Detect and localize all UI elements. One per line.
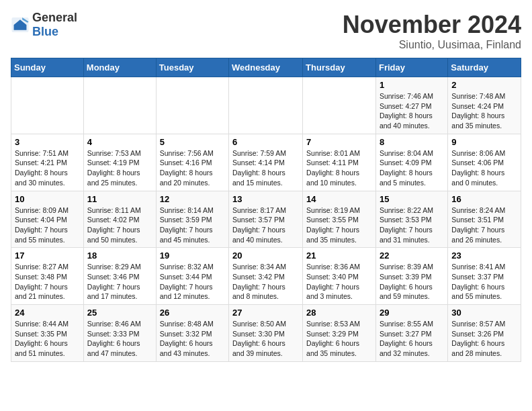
- weekday-header-saturday: Saturday: [448, 58, 521, 77]
- day-info: Sunrise: 8:09 AM Sunset: 4:04 PM Dayligh…: [15, 205, 80, 245]
- day-number: 10: [15, 194, 80, 204]
- weekday-header-thursday: Thursday: [303, 58, 376, 77]
- calendar-cell: 10Sunrise: 8:09 AM Sunset: 4:04 PM Dayli…: [11, 191, 84, 248]
- day-number: 16: [451, 194, 517, 204]
- logo: General Blue: [11, 11, 77, 39]
- calendar-cell: 4Sunrise: 7:53 AM Sunset: 4:19 PM Daylig…: [83, 134, 156, 191]
- calendar-cell: 24Sunrise: 8:44 AM Sunset: 3:35 PM Dayli…: [11, 305, 84, 362]
- week-row-4: 17Sunrise: 8:27 AM Sunset: 3:48 PM Dayli…: [11, 248, 521, 305]
- week-row-1: 1Sunrise: 7:46 AM Sunset: 4:27 PM Daylig…: [11, 77, 521, 134]
- calendar-header: SundayMondayTuesdayWednesdayThursdayFrid…: [11, 58, 521, 77]
- calendar-cell: 20Sunrise: 8:34 AM Sunset: 3:42 PM Dayli…: [229, 248, 303, 305]
- day-number: 5: [160, 137, 225, 147]
- calendar-cell: 3Sunrise: 7:51 AM Sunset: 4:21 PM Daylig…: [11, 134, 84, 191]
- calendar-cell: [229, 77, 303, 134]
- day-info: Sunrise: 8:22 AM Sunset: 3:53 PM Dayligh…: [380, 205, 444, 245]
- day-number: 18: [87, 250, 152, 261]
- calendar-cell: 28Sunrise: 8:53 AM Sunset: 3:29 PM Dayli…: [303, 305, 376, 362]
- day-number: 1: [380, 80, 444, 90]
- day-number: 19: [160, 250, 225, 261]
- weekday-header-tuesday: Tuesday: [156, 58, 228, 77]
- calendar-cell: 9Sunrise: 8:06 AM Sunset: 4:06 PM Daylig…: [448, 134, 521, 191]
- day-info: Sunrise: 8:01 AM Sunset: 4:11 PM Dayligh…: [306, 148, 372, 188]
- day-info: Sunrise: 7:53 AM Sunset: 4:19 PM Dayligh…: [87, 148, 152, 188]
- day-number: 28: [306, 308, 372, 318]
- title-area: November 2024 Siuntio, Uusimaa, Finland: [343, 11, 521, 51]
- calendar-body: 1Sunrise: 7:46 AM Sunset: 4:27 PM Daylig…: [11, 77, 521, 362]
- day-number: 4: [87, 137, 152, 147]
- day-info: Sunrise: 8:34 AM Sunset: 3:42 PM Dayligh…: [232, 262, 299, 302]
- day-info: Sunrise: 8:53 AM Sunset: 3:29 PM Dayligh…: [306, 319, 372, 359]
- day-info: Sunrise: 7:56 AM Sunset: 4:16 PM Dayligh…: [160, 148, 225, 188]
- day-number: 21: [306, 250, 372, 261]
- day-number: 22: [380, 250, 444, 261]
- calendar-cell: 12Sunrise: 8:14 AM Sunset: 3:59 PM Dayli…: [156, 191, 228, 248]
- day-number: 13: [232, 194, 299, 204]
- calendar-cell: 29Sunrise: 8:55 AM Sunset: 3:27 PM Dayli…: [375, 305, 447, 362]
- day-number: 6: [232, 137, 299, 147]
- calendar-cell: 2Sunrise: 7:48 AM Sunset: 4:24 PM Daylig…: [448, 77, 521, 134]
- page-header: General Blue November 2024 Siuntio, Uusi…: [11, 11, 521, 51]
- day-info: Sunrise: 7:59 AM Sunset: 4:14 PM Dayligh…: [232, 148, 299, 188]
- day-number: 2: [451, 80, 517, 90]
- day-number: 12: [160, 194, 225, 204]
- calendar-cell: [83, 77, 156, 134]
- calendar-cell: 26Sunrise: 8:48 AM Sunset: 3:32 PM Dayli…: [156, 305, 228, 362]
- logo-blue-text: Blue: [32, 25, 58, 38]
- day-info: Sunrise: 8:50 AM Sunset: 3:30 PM Dayligh…: [232, 319, 299, 359]
- day-number: 30: [451, 308, 517, 318]
- day-info: Sunrise: 8:57 AM Sunset: 3:26 PM Dayligh…: [451, 319, 517, 359]
- calendar-cell: 21Sunrise: 8:36 AM Sunset: 3:40 PM Dayli…: [303, 248, 376, 305]
- calendar-cell: 17Sunrise: 8:27 AM Sunset: 3:48 PM Dayli…: [11, 248, 84, 305]
- week-row-5: 24Sunrise: 8:44 AM Sunset: 3:35 PM Dayli…: [11, 305, 521, 362]
- day-number: 9: [451, 137, 517, 147]
- week-row-3: 10Sunrise: 8:09 AM Sunset: 4:04 PM Dayli…: [11, 191, 521, 248]
- day-info: Sunrise: 7:46 AM Sunset: 4:27 PM Dayligh…: [380, 91, 444, 131]
- day-info: Sunrise: 8:27 AM Sunset: 3:48 PM Dayligh…: [15, 262, 80, 302]
- day-info: Sunrise: 8:46 AM Sunset: 3:33 PM Dayligh…: [87, 319, 152, 359]
- day-info: Sunrise: 8:04 AM Sunset: 4:09 PM Dayligh…: [380, 148, 444, 188]
- day-info: Sunrise: 8:48 AM Sunset: 3:32 PM Dayligh…: [160, 319, 225, 359]
- day-number: 8: [380, 137, 444, 147]
- day-number: 7: [306, 137, 372, 147]
- week-row-2: 3Sunrise: 7:51 AM Sunset: 4:21 PM Daylig…: [11, 134, 521, 191]
- day-info: Sunrise: 8:14 AM Sunset: 3:59 PM Dayligh…: [160, 205, 225, 245]
- day-number: 14: [306, 194, 372, 204]
- calendar-cell: 16Sunrise: 8:24 AM Sunset: 3:51 PM Dayli…: [448, 191, 521, 248]
- day-number: 15: [380, 194, 444, 204]
- day-number: 11: [87, 194, 152, 204]
- calendar-cell: 14Sunrise: 8:19 AM Sunset: 3:55 PM Dayli…: [303, 191, 376, 248]
- day-number: 26: [160, 308, 225, 318]
- logo-general-text: General: [32, 11, 77, 24]
- weekday-header-wednesday: Wednesday: [229, 58, 303, 77]
- calendar-cell: 7Sunrise: 8:01 AM Sunset: 4:11 PM Daylig…: [303, 134, 376, 191]
- day-number: 3: [15, 137, 80, 147]
- day-info: Sunrise: 8:11 AM Sunset: 4:02 PM Dayligh…: [87, 205, 152, 245]
- calendar-table: SundayMondayTuesdayWednesdayThursdayFrid…: [11, 58, 521, 362]
- calendar-cell: 19Sunrise: 8:32 AM Sunset: 3:44 PM Dayli…: [156, 248, 228, 305]
- calendar-cell: 6Sunrise: 7:59 AM Sunset: 4:14 PM Daylig…: [229, 134, 303, 191]
- month-title: November 2024: [343, 11, 521, 39]
- day-number: 25: [87, 308, 152, 318]
- day-number: 24: [15, 308, 80, 318]
- calendar-cell: 18Sunrise: 8:29 AM Sunset: 3:46 PM Dayli…: [83, 248, 156, 305]
- weekday-header-monday: Monday: [83, 58, 156, 77]
- calendar-cell: [303, 77, 376, 134]
- calendar-cell: 8Sunrise: 8:04 AM Sunset: 4:09 PM Daylig…: [375, 134, 447, 191]
- calendar-cell: 27Sunrise: 8:50 AM Sunset: 3:30 PM Dayli…: [229, 305, 303, 362]
- day-info: Sunrise: 8:39 AM Sunset: 3:39 PM Dayligh…: [380, 262, 444, 302]
- day-info: Sunrise: 8:19 AM Sunset: 3:55 PM Dayligh…: [306, 205, 372, 245]
- day-number: 29: [380, 308, 444, 318]
- calendar-cell: [156, 77, 228, 134]
- day-info: Sunrise: 7:51 AM Sunset: 4:21 PM Dayligh…: [15, 148, 80, 188]
- calendar-cell: 1Sunrise: 7:46 AM Sunset: 4:27 PM Daylig…: [375, 77, 447, 134]
- day-info: Sunrise: 8:06 AM Sunset: 4:06 PM Dayligh…: [451, 148, 517, 188]
- calendar-cell: 5Sunrise: 7:56 AM Sunset: 4:16 PM Daylig…: [156, 134, 228, 191]
- weekday-header-sunday: Sunday: [11, 58, 84, 77]
- day-number: 27: [232, 308, 299, 318]
- day-info: Sunrise: 8:41 AM Sunset: 3:37 PM Dayligh…: [451, 262, 517, 302]
- day-info: Sunrise: 8:24 AM Sunset: 3:51 PM Dayligh…: [451, 205, 517, 245]
- location-title: Siuntio, Uusimaa, Finland: [343, 39, 521, 51]
- day-number: 20: [232, 250, 299, 261]
- day-info: Sunrise: 8:29 AM Sunset: 3:46 PM Dayligh…: [87, 262, 152, 302]
